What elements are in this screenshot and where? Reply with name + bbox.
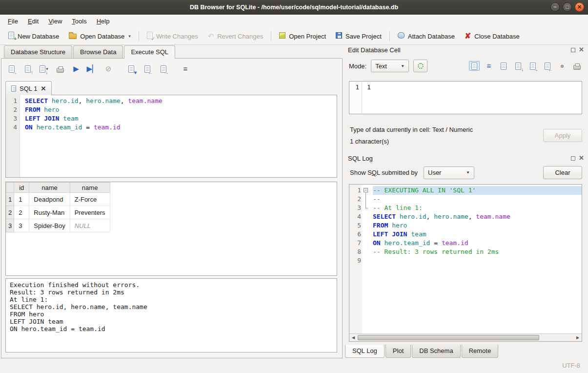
- tab-db-schema[interactable]: DB Schema: [412, 345, 460, 358]
- stop-button: ⊘: [103, 64, 114, 74]
- open-database-button[interactable]: Open Database ▾: [64, 30, 135, 42]
- menu-view[interactable]: View: [43, 15, 67, 28]
- sql-document-icon: [11, 85, 16, 92]
- float-panel-icon[interactable]: [571, 156, 575, 161]
- import-icon: [530, 62, 536, 70]
- new-database-icon: [8, 32, 14, 41]
- close-tab-icon[interactable]: ✕: [41, 85, 46, 92]
- cell-value-editor[interactable]: 1 1: [349, 81, 582, 114]
- edit-cell-title: Edit Database Cell: [348, 46, 571, 54]
- apply-button: Apply: [543, 129, 582, 142]
- tab-plot[interactable]: Plot: [385, 345, 411, 358]
- export-cell-button[interactable]: [542, 61, 553, 71]
- float-panel-icon[interactable]: [571, 48, 575, 52]
- scroll-left-icon[interactable]: ◀: [349, 335, 357, 340]
- close-panel-icon[interactable]: ✕: [579, 47, 584, 52]
- log-horizontal-scrollbar[interactable]: ◀ ▶: [349, 333, 582, 341]
- chevron-down-icon[interactable]: ▾: [128, 34, 131, 39]
- save-contents-button[interactable]: [513, 61, 524, 71]
- word-wrap-icon: ≡: [487, 62, 491, 70]
- execute-line-button[interactable]: ▶▏: [87, 64, 98, 74]
- maximize-icon[interactable]: □: [563, 2, 572, 12]
- close-database-button[interactable]: ✘ Close Database: [460, 30, 524, 42]
- open-contents-button[interactable]: [498, 61, 509, 71]
- submitted-by-select[interactable]: User ▼: [424, 166, 474, 179]
- cell-editor-line-numbers: 1: [349, 82, 362, 114]
- fold-collapse-icon[interactable]: −: [364, 188, 368, 192]
- set-null-button[interactable]: ●: [557, 61, 568, 71]
- sql-document-tabbar: SQL 1 ✕: [5, 81, 52, 95]
- minimize-icon[interactable]: −: [550, 2, 560, 12]
- left-panel: Database Structure Browse Data Execute S…: [0, 45, 344, 358]
- open-file-icon: [501, 62, 507, 70]
- close-panel-icon[interactable]: ✕: [579, 156, 584, 161]
- format-sql-icon: ≡: [183, 65, 188, 73]
- close-icon[interactable]: ✕: [575, 2, 584, 12]
- menubar: File Edit View Tools Help: [0, 15, 588, 28]
- format-sql-button[interactable]: ≡: [180, 64, 191, 74]
- cell-editor-content[interactable]: 1: [362, 82, 582, 114]
- menu-file[interactable]: File: [3, 15, 23, 28]
- auto-switch-button[interactable]: [413, 60, 427, 72]
- editor-code[interactable]: SELECT hero.id, hero.name, team.nameFROM…: [20, 95, 337, 177]
- clear-log-button[interactable]: Clear: [543, 166, 582, 179]
- menu-tools[interactable]: Tools: [67, 15, 91, 28]
- main-toolbar: New Database Open Database ▾ Write Chang…: [0, 28, 588, 45]
- toolbar-separator: [271, 31, 271, 41]
- word-wrap-button[interactable]: ≡: [484, 61, 494, 71]
- save-file-icon: [515, 62, 521, 70]
- new-database-button[interactable]: New Database: [4, 30, 63, 42]
- new-tab-button[interactable]: [6, 64, 17, 74]
- scrollbar-thumb[interactable]: [358, 335, 539, 340]
- log-line-numbers: 123456789: [349, 185, 362, 333]
- print-cell-button[interactable]: [571, 61, 582, 71]
- encoding-status: UTF-8: [562, 362, 580, 369]
- open-sql-file-icon: [25, 65, 31, 73]
- sql-log-filter-row: Show SQL submitted by User ▼ Clear: [350, 166, 582, 179]
- scroll-right-icon[interactable]: ▶: [574, 335, 582, 340]
- results-grid[interactable]: idnamename11DeadpondZ-Force22Rusty-ManPr…: [5, 182, 337, 276]
- execute-all-button[interactable]: ▶: [71, 64, 81, 74]
- sql-log-view[interactable]: 123456789 − -- EXECUTING ALL IN 'SQL 1'-…: [349, 184, 582, 342]
- tab-execute-sql[interactable]: Execute SQL: [124, 45, 175, 59]
- open-project-button[interactable]: Open Project: [275, 30, 330, 42]
- tab-browse-data[interactable]: Browse Data: [73, 45, 123, 58]
- execution-message-box: Execution finished without errors.Result…: [5, 278, 337, 352]
- attach-database-button[interactable]: Attach Database: [393, 30, 459, 42]
- edit-cell-header: Edit Database Cell ✕: [348, 45, 584, 55]
- open-database-icon: [69, 32, 77, 41]
- tab-sql-log[interactable]: SQL Log: [345, 345, 385, 358]
- save-project-button[interactable]: Save Project: [331, 30, 386, 42]
- menu-edit[interactable]: Edit: [23, 15, 43, 28]
- print-icon: [57, 68, 64, 73]
- write-changes-icon: [147, 32, 153, 41]
- menu-help[interactable]: Help: [92, 15, 115, 28]
- sql-log-title: SQL Log: [348, 155, 571, 162]
- tab-remote[interactable]: Remote: [462, 345, 499, 358]
- revert-changes-button: ↶ Revert Changes: [203, 30, 268, 42]
- mode-select[interactable]: Text ▼: [371, 60, 409, 72]
- sql-document-tab[interactable]: SQL 1 ✕: [5, 81, 52, 95]
- sql-editor[interactable]: 1234 SELECT hero.id, hero.name, team.nam…: [5, 95, 337, 178]
- find-replace-button[interactable]: [158, 64, 169, 74]
- execute-current-line-icon: ▶▏: [86, 65, 98, 73]
- tab-database-structure[interactable]: Database Structure: [4, 45, 72, 58]
- open-sql-file-button[interactable]: [22, 64, 33, 74]
- open-project-icon: [279, 32, 285, 40]
- print-button[interactable]: [55, 64, 65, 74]
- text-document-button[interactable]: [469, 61, 480, 71]
- stop-icon: ⊘: [105, 65, 112, 73]
- save-results-button[interactable]: [126, 64, 137, 74]
- cell-type-info: Type of data currently in cell: Text / N…: [350, 126, 473, 133]
- save-sql-file-icon: [40, 65, 45, 73]
- log-code[interactable]: -- EXECUTING ALL IN 'SQL 1'---- At line …: [370, 185, 582, 333]
- import-button[interactable]: [527, 61, 538, 71]
- cell-char-count: 1 character(s): [350, 138, 389, 145]
- save-sql-file-button[interactable]: ▾: [39, 64, 49, 74]
- bottom-tabbar: SQL Log Plot DB Schema Remote: [345, 345, 499, 358]
- main-tabbar: Database Structure Browse Data Execute S…: [0, 45, 344, 58]
- export-icon: [144, 65, 150, 73]
- titlebar[interactable]: DB Browser for SQLite - /home/user/code/…: [0, 0, 588, 15]
- save-results-icon: [128, 65, 134, 73]
- export-button[interactable]: [142, 64, 153, 74]
